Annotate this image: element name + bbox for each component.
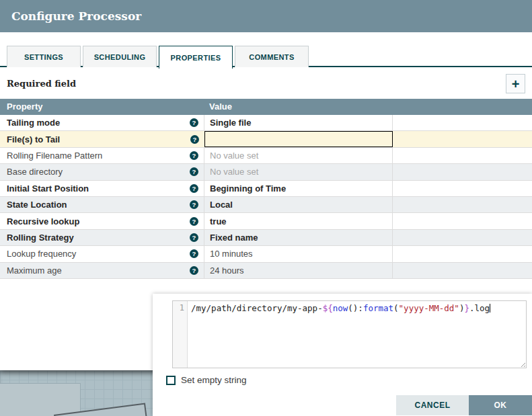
row-actions-cell <box>393 115 532 130</box>
property-value-cell[interactable]: Single file <box>204 115 393 130</box>
row-actions-cell <box>393 197 532 212</box>
help-icon[interactable]: ? <box>190 200 198 209</box>
property-row[interactable]: Initial Start Position?Beginning of Time <box>0 181 532 197</box>
property-row[interactable]: Recursive lookup?true <box>0 213 532 229</box>
properties-table-header: Property Value <box>0 99 532 115</box>
help-icon[interactable]: ? <box>190 167 198 176</box>
code-segment-bracket: } <box>464 303 469 313</box>
expression-code[interactable]: /my/path/directory/my-app-${now():format… <box>188 301 490 368</box>
property-row[interactable]: State Location?Local <box>0 197 532 213</box>
code-segment-function: format <box>363 303 393 313</box>
editor-gutter: 1 <box>173 301 188 368</box>
help-icon[interactable]: ? <box>190 151 198 160</box>
property-name-cell: Rolling Filename Pattern? <box>0 148 204 163</box>
value-editor-popover: 1 /my/path/directory/my-app-${now():form… <box>153 294 532 416</box>
help-icon[interactable]: ? <box>190 184 198 193</box>
tab-settings[interactable]: SETTINGS <box>7 46 81 67</box>
help-icon[interactable]: ? <box>190 135 199 144</box>
property-name-label: Recursive lookup <box>7 216 79 226</box>
property-value-cell[interactable]: No value set <box>204 148 393 163</box>
property-value-cell[interactable] <box>204 131 393 147</box>
row-actions-cell <box>393 246 532 261</box>
property-row[interactable]: Rolling Strategy?Fixed name <box>0 230 532 246</box>
property-value-cell[interactable]: Fixed name <box>204 230 393 245</box>
help-icon[interactable]: ? <box>190 118 198 127</box>
plus-icon: + <box>506 75 525 93</box>
property-value: Local <box>210 200 233 210</box>
table-toolbar: Required field + <box>0 74 532 94</box>
dialog-title: Configure Processor <box>0 0 141 32</box>
property-name-label: Lookup frequency <box>7 249 76 259</box>
property-row[interactable]: File(s) to Tail? <box>0 131 532 147</box>
text-caret <box>490 304 490 313</box>
tab-bar: SETTINGSSCHEDULINGPROPERTIESCOMMENTS <box>0 46 532 67</box>
property-row[interactable]: Tailing mode?Single file <box>0 115 532 131</box>
property-name-cell: Rolling Strategy? <box>0 230 204 245</box>
property-value-cell[interactable]: No value set <box>204 164 393 179</box>
property-name-cell: Tailing mode? <box>0 115 204 130</box>
screen: Configure Processor SETTINGSSCHEDULINGPR… <box>0 0 532 416</box>
help-icon[interactable]: ? <box>190 249 198 258</box>
property-name-label: Maximum age <box>7 265 62 276</box>
properties-table: Property Value Tailing mode?Single fileF… <box>0 99 532 279</box>
property-value-cell[interactable]: 24 hours <box>204 263 393 278</box>
property-name-cell: Maximum age? <box>0 263 204 278</box>
tab-comments[interactable]: COMMENTS <box>235 46 309 67</box>
property-row[interactable]: Rolling Filename Pattern?No value set <box>0 148 532 164</box>
tab-scheduling[interactable]: SCHEDULING <box>83 46 157 67</box>
property-value: 24 hours <box>210 265 244 276</box>
canvas-component-shape <box>0 383 81 416</box>
property-value: No value set <box>210 151 258 161</box>
property-value: Fixed name <box>210 233 258 243</box>
property-name-label: Tailing mode <box>7 118 60 128</box>
required-field-label: Required field <box>7 74 76 94</box>
code-segment-plain: /my/path/directory/my-app- <box>191 303 323 313</box>
property-name-label: Rolling Strategy <box>7 233 74 243</box>
property-name-label: File(s) to Tail <box>7 134 60 144</box>
row-actions-cell <box>393 131 532 147</box>
property-name-cell: Recursive lookup? <box>0 213 204 228</box>
help-icon[interactable]: ? <box>190 233 198 242</box>
property-name-label: Initial Start Position <box>7 183 89 194</box>
ok-button[interactable]: OK <box>469 395 532 415</box>
code-segment-plain: (): <box>348 303 363 313</box>
set-empty-string-checkbox[interactable] <box>166 376 176 385</box>
help-icon[interactable]: ? <box>190 266 198 275</box>
property-row[interactable]: Base directory?No value set <box>0 164 532 180</box>
code-segment-bracket: ${ <box>323 303 333 313</box>
property-value: 10 minutes <box>210 249 253 259</box>
expression-editor[interactable]: 1 /my/path/directory/my-app-${now():form… <box>172 300 527 368</box>
add-property-button[interactable]: + <box>506 74 525 93</box>
property-name-label: State Location <box>7 200 67 210</box>
code-segment-string: "yyyy-MM-dd" <box>399 303 459 313</box>
cancel-button[interactable]: CANCEL <box>396 395 469 415</box>
properties-table-body: Tailing mode?Single fileFile(s) to Tail?… <box>0 115 532 279</box>
row-actions-cell <box>393 181 532 196</box>
column-header-property: Property <box>7 99 42 115</box>
help-icon[interactable]: ? <box>190 217 198 226</box>
row-actions-cell <box>393 230 532 245</box>
property-value: No value set <box>210 167 258 177</box>
property-name-cell: Initial Start Position? <box>0 181 204 196</box>
property-value-cell[interactable]: Beginning of Time <box>204 181 393 196</box>
property-name-label: Base directory <box>7 167 63 177</box>
property-value: Beginning of Time <box>210 183 286 194</box>
code-segment-function: now <box>333 303 348 313</box>
row-actions-cell <box>393 263 532 278</box>
property-value-cell[interactable]: 10 minutes <box>204 246 393 261</box>
set-empty-string-label: Set empty string <box>181 375 247 385</box>
code-segment-plain: .log <box>469 303 490 313</box>
property-value-cell[interactable]: Local <box>204 197 393 212</box>
property-row[interactable]: Maximum age?24 hours <box>0 263 532 279</box>
resize-handle-icon[interactable] <box>519 361 525 367</box>
tab-properties[interactable]: PROPERTIES <box>159 46 233 69</box>
property-value: Single file <box>210 118 251 128</box>
property-row[interactable]: Lookup frequency?10 minutes <box>0 246 532 262</box>
line-number: 1 <box>180 303 184 313</box>
dialog-header: Configure Processor <box>0 0 532 32</box>
property-value-cell[interactable]: true <box>204 213 393 228</box>
property-name-cell: Base directory? <box>0 164 204 179</box>
property-name-cell: State Location? <box>0 197 204 212</box>
row-actions-cell <box>393 148 532 163</box>
property-name-cell: Lookup frequency? <box>0 246 204 261</box>
